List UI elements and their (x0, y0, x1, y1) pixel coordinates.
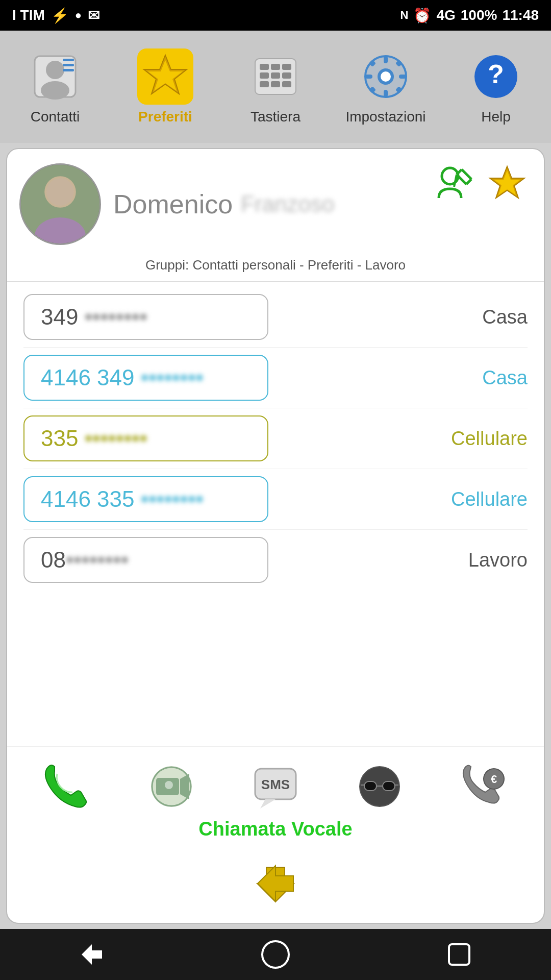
svg-rect-10 (271, 64, 280, 70)
preferiti-icon-wrap (137, 48, 193, 105)
video-call-button[interactable] (146, 761, 197, 812)
nav-home-button[interactable] (255, 934, 296, 975)
nav-bar: Contatti Preferiti (0, 31, 551, 143)
nav-item-tastiera[interactable]: Tastiera (220, 31, 331, 143)
svg-line-40 (457, 169, 462, 175)
sms-button[interactable]: SMS (250, 761, 301, 812)
svg-line-42 (454, 175, 457, 187)
svg-rect-5 (63, 69, 74, 71)
back-button-row (7, 850, 544, 923)
svg-text:SMS: SMS (261, 777, 290, 792)
phone-number-1: 4146 349 (41, 365, 141, 390)
call-icon (42, 761, 93, 812)
alarm-icon: ⏰ (413, 7, 431, 24)
main-card: Domenico Franzoso (6, 148, 545, 924)
phone-number-1-blurred: •••••••• (141, 365, 204, 390)
phone-label-1: Casa (446, 367, 528, 389)
svg-line-41 (466, 179, 471, 184)
status-right: N ⏰ 4G 100% 11:48 (400, 7, 539, 24)
paid-call-icon: € (458, 761, 509, 812)
contatti-label: Contatti (31, 109, 80, 125)
svg-rect-16 (271, 81, 280, 87)
nav-recent-button[interactable] (439, 934, 480, 975)
usb-icon: ⚡ (51, 7, 69, 24)
phone-label-4: Lavoro (446, 549, 528, 571)
nav-back-icon (77, 939, 107, 970)
phone-number-4-blurred: •••••••• (66, 547, 129, 572)
avatar-image (21, 163, 99, 245)
svg-text:?: ? (488, 59, 504, 89)
phone-number-2: 335 (41, 426, 85, 451)
call-button[interactable] (42, 761, 93, 812)
bottom-nav (0, 929, 551, 980)
phone-box-0[interactable]: 349 •••••••• (23, 294, 268, 340)
phone-call-icon (44, 764, 90, 810)
nav-back-button[interactable] (71, 934, 112, 975)
phone-number-2-blurred: •••••••• (85, 426, 147, 451)
nav-item-impostazioni[interactable]: Impostazioni (331, 31, 441, 143)
svg-rect-66 (449, 944, 469, 965)
preferiti-star-icon (140, 51, 191, 102)
chiamata-vocale-label: Chiamata Vocale (7, 816, 544, 850)
action-bar: SMS (7, 746, 544, 816)
nfc-icon: N (400, 9, 409, 22)
svg-text:€: € (491, 773, 497, 786)
phone-row-0: 349 •••••••• Casa (23, 287, 528, 348)
phone-row-4: 08•••••••• Lavoro (23, 530, 528, 590)
contatti-icon-wrap (27, 48, 83, 105)
svg-rect-9 (260, 64, 269, 70)
impostazioni-gear-icon (363, 54, 409, 100)
back-arrow-icon (253, 861, 298, 906)
phone-box-1[interactable]: 4146 349 •••••••• (23, 355, 268, 401)
contatti-icon (32, 54, 78, 100)
svg-rect-3 (63, 59, 74, 61)
phone-box-4[interactable]: 08•••••••• (23, 537, 268, 583)
contact-last-name: Franzoso (241, 191, 334, 217)
back-button[interactable] (253, 861, 298, 909)
data-icon: ● (75, 9, 82, 22)
svg-rect-56 (383, 781, 395, 791)
phone-row-1: 4146 349 •••••••• Casa (23, 348, 528, 408)
nav-item-contatti[interactable]: Contatti (0, 31, 110, 143)
star-icon (487, 163, 528, 204)
edit-icon (434, 163, 474, 204)
phone-label-2: Cellulare (446, 428, 528, 450)
euro-call-icon: € (461, 764, 507, 810)
contact-header: Domenico Franzoso (7, 149, 544, 253)
phone-number-0: 349 (41, 304, 85, 329)
svg-rect-12 (260, 72, 269, 79)
svg-rect-23 (384, 90, 388, 97)
groups-text: Gruppi: Contatti personali - Preferiti -… (7, 253, 544, 282)
nav-item-preferiti[interactable]: Preferiti (110, 31, 220, 143)
phone-row-2: 335 •••••••• Cellulare (23, 408, 528, 469)
svg-point-65 (262, 941, 289, 968)
svg-point-36 (46, 178, 74, 206)
svg-rect-55 (364, 781, 377, 791)
cool-button[interactable] (354, 761, 405, 812)
svg-point-21 (381, 71, 391, 82)
sunglasses-icon (354, 761, 405, 812)
svg-rect-24 (365, 75, 372, 79)
phone-row-3: 4146 335 •••••••• Cellulare (23, 469, 528, 530)
cool-icon (357, 764, 403, 810)
signal-strength: 4G (436, 7, 455, 23)
preferiti-label: Preferiti (138, 109, 192, 125)
phone-number-3-blurred: •••••••• (141, 486, 204, 511)
svg-marker-63 (258, 866, 293, 901)
phone-box-2[interactable]: 335 •••••••• (23, 415, 268, 461)
nav-recent-icon (444, 939, 474, 970)
edit-contact-button[interactable] (434, 163, 474, 206)
help-icon: ? (473, 54, 519, 100)
phone-box-3[interactable]: 4146 335 •••••••• (23, 476, 268, 522)
favorite-star-button[interactable] (487, 163, 528, 206)
impostazioni-label: Impostazioni (345, 109, 425, 125)
nav-item-help[interactable]: ? Help (441, 31, 551, 143)
phone-list: 349 •••••••• Casa 4146 349 •••••••• Casa… (7, 282, 544, 746)
svg-rect-17 (282, 81, 291, 87)
paid-call-button[interactable]: € (458, 761, 509, 812)
tastiera-label: Tastiera (251, 109, 300, 125)
phone-number-4: 08 (41, 547, 66, 572)
svg-rect-22 (384, 56, 388, 63)
svg-point-1 (46, 61, 64, 79)
impostazioni-icon-wrap (358, 48, 414, 105)
